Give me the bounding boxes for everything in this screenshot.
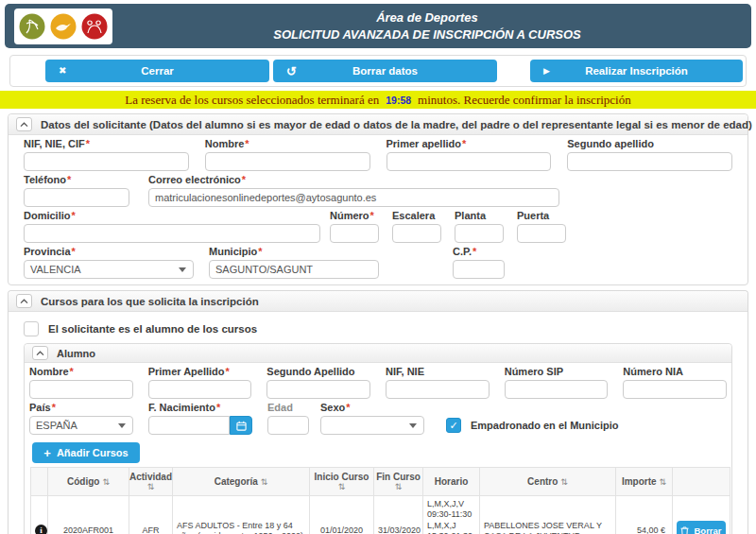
page-title: Área de Deportes SOLICITUD AVANZADA DE I… [112,9,742,43]
telefono-input[interactable] [24,188,129,207]
primer-apellido-label: Primer apellido* [387,138,552,150]
col-actions [673,468,730,496]
delete-course-button-label: Borrar [694,525,721,534]
provincia-select[interactable]: VALENCIA [24,260,194,279]
close-button[interactable]: ✖ Cerrar [45,60,269,82]
student-pais-select[interactable]: ESPAÑA [29,416,133,435]
student-edad-label: Edad [267,402,309,414]
municipio-input[interactable] [209,260,379,279]
student-segundo-apellido-label: Segundo Apellido [266,366,370,378]
cell-horario: L,M,X,J,V 09:30-11:30 L,M,X,J 15:30-21:3… [423,496,480,534]
clear-data-button[interactable]: ↺ Borrar datos [273,60,497,82]
student-sip-input[interactable] [505,380,609,399]
sort-icon: ⇅ [147,482,155,491]
required-marker: * [242,174,246,185]
collapse-student-button[interactable] [32,346,48,360]
required-marker: * [462,138,466,149]
logo-box [14,9,112,44]
nombre-input[interactable] [205,152,370,171]
empadronado-checkbox[interactable]: ✓ [446,418,461,433]
required-marker: * [70,366,74,377]
collapse-courses-button[interactable] [16,294,32,308]
student-nif-input[interactable] [386,380,490,399]
calendar-icon [236,421,247,431]
sort-icon: ⇅ [560,477,568,487]
sort-icon: ⇅ [102,477,110,487]
add-courses-button[interactable]: + Añadir Cursos [32,442,140,463]
student-sexo-select[interactable] [320,416,424,435]
col-inicio-curso[interactable]: Inicio Curso⇅ [310,468,374,496]
col-importe[interactable]: Importe⇅ [616,468,673,496]
col-actividad[interactable]: Actividad⇅ [129,468,173,496]
collapse-applicant-button[interactable] [16,117,32,131]
sort-icon: ⇅ [261,477,268,487]
col-codigo[interactable]: Código⇅ [48,468,129,496]
student-panel-header: Alumno [25,344,731,363]
col-horario: Horario [423,468,480,496]
domicilio-label: Domicilio* [24,210,320,222]
cp-input[interactable] [453,260,505,279]
segundo-apellido-input[interactable] [567,152,732,171]
student-primer-apellido-input[interactable] [148,380,252,399]
applicant-is-student-checkbox[interactable] [24,321,39,336]
required-marker: * [226,366,230,377]
numero-input[interactable] [330,224,379,243]
submit-inscription-button[interactable]: ▶ Realizar Inscripción [530,60,743,82]
escalera-input[interactable] [392,224,441,243]
planta-input[interactable] [455,224,504,243]
chevron-up-icon [36,351,44,356]
student-nia-input[interactable] [623,380,727,399]
applicant-panel: Datos del solicitante (Datos del alumno … [8,113,748,285]
student-primer-apellido-label: Primer Apellido* [148,366,252,378]
app-header: Área de Deportes SOLICITUD AVANZADA DE I… [5,4,751,48]
student-panel: Alumno Nombre* Primer Apellido* Segundo … [24,343,732,534]
student-nacimiento-label: F. Nacimiento* [148,402,252,414]
courses-panel: Cursos para los que solicita la inscripc… [8,290,748,534]
student-nacimiento-input[interactable] [148,416,230,435]
logo-orange-icon [49,12,77,41]
chevron-up-icon [20,122,28,128]
logo-red-icon [80,12,109,41]
required-marker: * [370,210,374,221]
col-categoria[interactable]: Categoría⇅ [173,468,310,496]
nif-input[interactable] [24,152,189,171]
page-title-line2: SOLICITUD AVANZADA DE INSCRIPCIÓN A CURS… [112,26,742,43]
student-segundo-apellido-input[interactable] [266,380,370,399]
col-centro[interactable]: Centro⇅ [480,468,616,496]
correo-input[interactable] [148,188,559,207]
delete-course-button[interactable]: Borrar [677,521,726,534]
student-panel-title: Alumno [57,348,95,359]
applicant-is-student-row: El solicitante es el alumno de los curso… [24,321,732,336]
date-picker-button[interactable] [230,416,252,435]
required-marker: * [245,138,249,149]
sort-icon: ⇅ [660,477,667,487]
student-nombre-input[interactable] [29,380,133,399]
applicant-panel-header: Datos del solicitante (Datos del alumno … [9,114,747,135]
col-fin-curso[interactable]: Fin Curso⇅ [374,468,423,496]
escalera-label: Escalera [392,210,441,222]
student-nombre-label: Nombre* [29,366,133,378]
trash-icon [680,526,689,534]
play-icon: ▶ [543,67,550,76]
student-sip-label: Número SIP [505,366,609,378]
check-icon: ✓ [449,420,457,432]
cell-codigo: 2020AFR001 [48,496,129,534]
required-marker: * [472,246,476,257]
close-button-label: Cerrar [141,65,174,77]
puerta-input[interactable] [517,224,566,243]
courses-table: Código⇅ Actividad⇅ Categoría⇅ Inicio Cur… [30,467,730,534]
correo-label: Correo electrónico* [148,174,559,186]
municipio-label: Municipio* [209,246,379,258]
student-form: Nombre* Primer Apellido* Segundo Apellid… [25,363,731,534]
primer-apellido-input[interactable] [387,152,552,171]
banner-text-before: La reserva de los cursos seleccionados t… [125,93,379,108]
toolbar: ✖ Cerrar ↺ Borrar datos ▶ Realizar Inscr… [9,55,747,87]
student-edad-input[interactable] [267,416,309,435]
telefono-label: Teléfono* [24,174,129,186]
info-icon[interactable]: i [35,525,47,534]
applicant-form: NIF, NIE, CIF* Nombre* Primer apellido* … [9,135,747,284]
domicilio-input[interactable] [24,224,320,243]
logo-green-icon [18,12,46,41]
sort-icon: ⇅ [338,482,346,491]
table-header-row: Código⇅ Actividad⇅ Categoría⇅ Inicio Cur… [31,468,730,496]
